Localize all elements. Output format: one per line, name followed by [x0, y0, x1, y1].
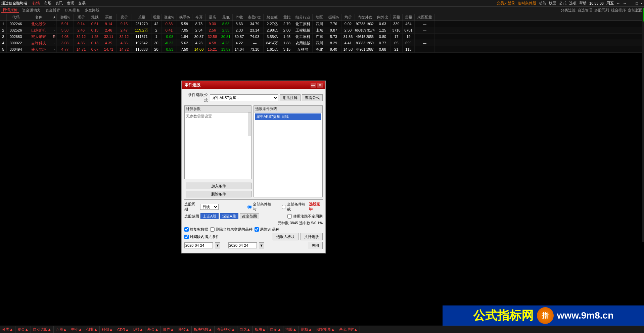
checkbox-remove-st[interactable]: 易除ST品种	[255, 227, 279, 232]
table-row[interactable]: 5 300494 盛天网络 · 4.77 14.71 0.67 14.71 14…	[0, 46, 644, 53]
subtab-zijinqudong[interactable]: 资金驱动力	[21, 8, 42, 13]
scope-btn-shenzhen[interactable]: 深证A股	[220, 213, 238, 219]
col-zhenfu[interactable]: 振幅%	[326, 14, 341, 20]
col-zuidi[interactable]: 最低	[219, 14, 233, 20]
col-zuigao[interactable]: 最高	[206, 14, 219, 20]
date-to-input[interactable]	[228, 242, 257, 248]
col-maichu[interactable]: 卖量	[403, 14, 415, 20]
checkbox-restore-input[interactable]	[184, 227, 189, 232]
win-minimize[interactable]: —	[629, 1, 633, 5]
col-junprice[interactable]: 均价	[341, 14, 355, 20]
btn-view-formula[interactable]: 查看公式	[302, 94, 323, 101]
subtab-xingqingbaojia[interactable]: 行情报价	[1, 7, 19, 13]
btn-usage[interactable]: 用法注释	[280, 94, 301, 101]
win-forward[interactable]: →	[623, 1, 627, 5]
col-zongjine[interactable]: 总金额	[264, 14, 281, 20]
bottom-tab-zidong[interactable]: 自动选股▲	[31, 326, 54, 333]
date-from-arrow[interactable]: ▼	[215, 242, 220, 248]
col-zhangdie[interactable]: 涨跌	[89, 14, 101, 20]
col-fenbu[interactable]: 细分行业	[293, 14, 313, 20]
table-row[interactable]: 2 002526 山东矿机 · 5.58 2.46 0.13 2.46 2.47…	[0, 27, 644, 34]
bottom-tab-cdr[interactable]: CDR▲	[115, 326, 131, 333]
col-jinkai[interactable]: 今开	[192, 14, 206, 20]
col-zhangsu[interactable]: 涨速%	[162, 14, 177, 20]
btn-delete-condition[interactable]: 删除条件	[186, 191, 251, 197]
bottom-tab-bankuai[interactable]: 板块指数▲	[192, 326, 215, 333]
checkbox-time-period[interactable]: 时间段内满足条件	[184, 234, 219, 239]
menu-right-formula[interactable]: 公式	[559, 1, 566, 6]
checkbox-removest-input[interactable]	[255, 227, 259, 232]
col-shizhi[interactable]: 市盈(动)	[246, 14, 264, 20]
bottom-tab-zhongxiao[interactable]: 中小▲	[69, 326, 85, 333]
col-name[interactable]: 名称	[25, 14, 52, 20]
toolbar-zidong[interactable]: 自选管理	[578, 8, 592, 13]
bottom-tab-jijin2[interactable]: 基金理财▲	[337, 326, 360, 333]
checkbox-timeperiod-input[interactable]	[184, 235, 189, 239]
menu-right-options[interactable]: 选项	[569, 1, 577, 6]
table-row[interactable]: 1 002246 北化股份 · 5.91 9.14 0.51 9.14 9.15…	[0, 21, 644, 27]
menu-item-zixun[interactable]: 资讯	[55, 1, 63, 6]
bottom-tab-fenlei[interactable]: 分类▲	[0, 326, 15, 333]
btn-change-scope[interactable]: 改变范围	[240, 213, 259, 219]
col-total[interactable]: 总量	[132, 14, 151, 20]
bottom-tab-guzhuan[interactable]: 股转▲	[176, 326, 192, 333]
menu-right-func[interactable]: 功能	[539, 1, 546, 6]
btn-execute-select[interactable]: 执行选股	[301, 233, 323, 240]
col-xian[interactable]: 现量	[151, 14, 162, 20]
radio-and-input[interactable]	[247, 205, 252, 209]
menu-item-jiaoyi[interactable]: 交易	[78, 1, 86, 6]
dialog-minimize-btn[interactable]: —	[311, 83, 316, 88]
btn-select-board[interactable]: 选股入板块	[273, 233, 298, 240]
toolbar-fenlei[interactable]: 分类过滤	[561, 8, 576, 13]
col-zuoshou[interactable]: 昨收	[233, 14, 246, 20]
bottom-tab-gangmei[interactable]: 港美联动▲	[215, 326, 237, 333]
table-row[interactable]: 4 300022 吉峰科技 · 3.08 4.35 0.13 4.35 4.36…	[0, 40, 644, 46]
bottom-tab-qiquan[interactable]: 期权▲	[299, 326, 314, 333]
col-huanshou[interactable]: 换手%	[177, 14, 192, 20]
bottom-tab-chuangye[interactable]: 创业▲	[84, 326, 100, 333]
checkbox-restore-data[interactable]: 前复权数据	[184, 227, 208, 232]
radio-or-input[interactable]	[282, 205, 286, 209]
col-buy[interactable]: 买价	[101, 14, 117, 20]
col-xianjia[interactable]: 现价	[74, 14, 89, 20]
col-code[interactable]: 代码	[7, 14, 25, 20]
col-zhangfu[interactable]: 涨幅%	[57, 14, 74, 20]
win-maximize[interactable]: □	[636, 1, 638, 5]
win-close[interactable]: ×	[641, 1, 643, 5]
btn-add-condition[interactable]: 加入条件	[186, 183, 251, 189]
col-mairu[interactable]: 买量	[390, 14, 403, 20]
col-neinei[interactable]: 内外比	[375, 14, 390, 20]
menu-item-shichang[interactable]: 市场	[44, 1, 51, 6]
bottom-tab-zijin[interactable]: 资金▲	[15, 326, 31, 333]
col-liangbi[interactable]: 量比	[281, 14, 293, 20]
bottom-tab-delta[interactable]: △股▲	[54, 326, 69, 333]
toolbar-zonghe[interactable]: 综合排序	[611, 8, 626, 13]
bottom-tab-zhaiquan[interactable]: 债券▲	[161, 326, 176, 333]
menu-right-layout[interactable]: 版面	[549, 1, 556, 6]
menu-right-help[interactable]: 帮助	[579, 1, 587, 6]
col-sell[interactable]: 卖价	[117, 14, 132, 20]
col-star[interactable]: ★	[52, 14, 57, 20]
radio-all-or[interactable]: 全部条件相或	[282, 202, 307, 212]
subtab-duokong[interactable]: 多空路线	[83, 8, 101, 13]
btn-close-dialog[interactable]: 关闭	[308, 242, 323, 249]
menu-item-xingqing[interactable]: 行情	[33, 1, 40, 6]
checkbox-use-period[interactable]	[287, 214, 292, 219]
bottom-tab-ziding[interactable]: 自定▲	[268, 326, 283, 333]
scope-btn-shanghai[interactable]: 上证A股	[200, 213, 219, 219]
bottom-tab-zixuan[interactable]: 自选▲	[237, 326, 253, 333]
col-neipan[interactable]: 内盘外盘	[355, 14, 375, 20]
date-to-arrow[interactable]: ▼	[259, 242, 264, 248]
toolbar-duohang[interactable]: 多股同列	[594, 8, 609, 13]
calc-params-scrollbar[interactable]	[248, 112, 251, 136]
bottom-tab-b[interactable]: B股▲	[131, 326, 145, 333]
bottom-tab-qihuo[interactable]: 期货现货▲	[314, 326, 337, 333]
col-diqu[interactable]: 地区	[313, 14, 326, 20]
date-from-input[interactable]	[184, 242, 213, 248]
win-back[interactable]: ←	[616, 1, 620, 5]
bottom-tab-jijin[interactable]: 基金▲	[145, 326, 161, 333]
condition-item[interactable]: 犀牛AKS7提炼 日线	[255, 113, 321, 120]
toolbar-ziding[interactable]: 定制版面	[628, 8, 643, 13]
subtab-dde[interactable]: DDE排名	[63, 8, 81, 13]
bottom-tab-ganggu[interactable]: 港股▲	[283, 326, 299, 333]
